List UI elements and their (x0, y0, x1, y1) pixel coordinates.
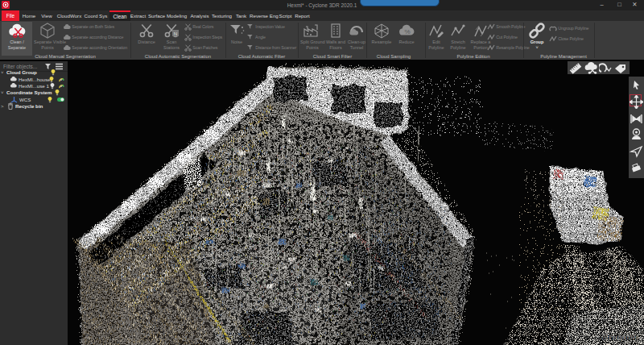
svg-text:%: % (404, 28, 410, 35)
svg-text:N: N (174, 31, 177, 36)
